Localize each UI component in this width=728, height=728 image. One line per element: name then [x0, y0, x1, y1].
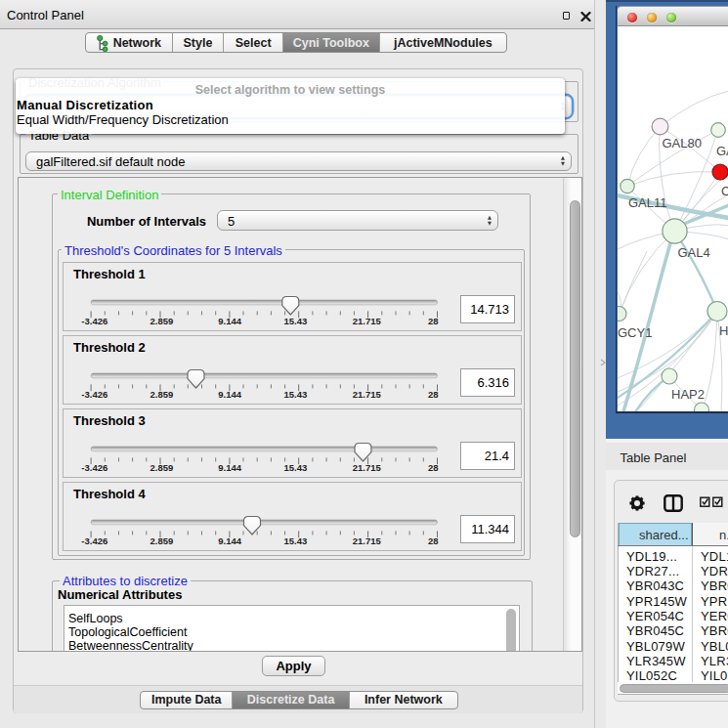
svg-text:28: 28 [428, 535, 439, 546]
svg-text:2.859: 2.859 [150, 462, 174, 473]
svg-text:-3.426: -3.426 [81, 462, 107, 473]
svg-text:21.715: 21.715 [353, 462, 382, 473]
svg-text:GA: GA [716, 144, 728, 158]
svg-text:21.715: 21.715 [353, 316, 382, 326]
svg-text:9.144: 9.144 [218, 462, 241, 473]
svg-text:15.43: 15.43 [284, 316, 308, 326]
svg-text:-3.426: -3.426 [81, 389, 107, 400]
svg-text:GCY1: GCY1 [618, 325, 652, 340]
svg-text:2.859: 2.859 [150, 316, 174, 326]
svg-text:GAL80: GAL80 [662, 136, 701, 150]
svg-text:21.715: 21.715 [353, 535, 382, 546]
svg-text:9.144: 9.144 [218, 316, 241, 326]
svg-text:28: 28 [428, 316, 439, 326]
svg-text:2.859: 2.859 [150, 389, 174, 400]
svg-text:H: H [719, 323, 728, 338]
svg-text:15.43: 15.43 [284, 535, 308, 546]
svg-text:C: C [721, 184, 728, 198]
svg-text:GAL11: GAL11 [628, 195, 667, 210]
svg-text:28: 28 [428, 389, 439, 400]
svg-text:2.859: 2.859 [150, 535, 174, 546]
svg-text:15.43: 15.43 [284, 462, 308, 473]
svg-text:HAP2: HAP2 [671, 387, 705, 402]
svg-text:GAL4: GAL4 [677, 245, 709, 260]
svg-text:9.144: 9.144 [218, 535, 241, 546]
svg-text:15.43: 15.43 [284, 389, 308, 400]
svg-text:28: 28 [428, 462, 439, 473]
svg-text:21.715: 21.715 [353, 389, 382, 400]
svg-text:9.144: 9.144 [218, 389, 241, 400]
svg-text:-3.426: -3.426 [81, 316, 107, 326]
svg-text:-3.426: -3.426 [81, 535, 107, 546]
